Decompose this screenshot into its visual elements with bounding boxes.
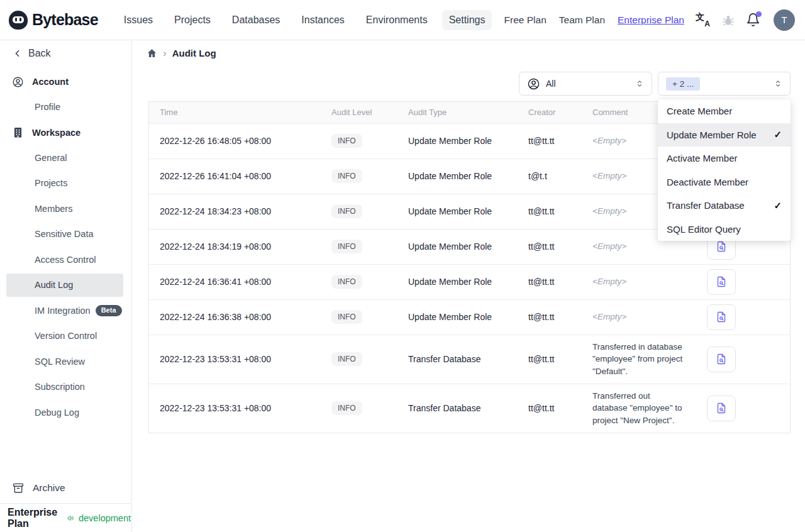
team-plan-link[interactable]: Team Plan — [559, 14, 605, 26]
filter-bar: All + 2 ... — [133, 72, 805, 96]
creator-filter-value: All — [546, 79, 556, 89]
current-plan-label: Enterprise Plan — [8, 507, 63, 529]
nav-item-settings[interactable]: Settings — [442, 10, 492, 30]
cell-creator: tt@tt.tt — [528, 123, 592, 158]
breadcrumb-current: Audit Log — [172, 48, 216, 58]
table-row: 2022-12-24 16:36:41 +08:00 INFO Update M… — [149, 264, 790, 299]
cell-audit-type: Transfer Database — [408, 384, 528, 433]
audit-type-filter-value: + 2 ... — [666, 77, 700, 91]
menu-item-create-member[interactable]: Create Member — [658, 99, 791, 123]
menu-item-label: Create Member — [667, 106, 732, 116]
audit-level-badge: INFO — [331, 240, 362, 253]
plan-links: Free Plan Team Plan Enterprise Plan — [504, 14, 684, 26]
cell-time: 2022-12-24 16:36:38 +08:00 — [149, 299, 331, 335]
nav-item-instances[interactable]: Instances — [294, 10, 351, 30]
audit-level-badge: INFO — [331, 275, 362, 289]
archive-box-icon — [12, 482, 25, 494]
menu-item-label: SQL Editor Query — [667, 224, 741, 235]
sidebar-item-archive[interactable]: Archive — [0, 477, 131, 499]
cell-audit-type: Update Member Role — [408, 194, 528, 229]
enterprise-plan-link[interactable]: Enterprise Plan — [618, 14, 684, 26]
nav-item-projects[interactable]: Projects — [167, 10, 218, 30]
menu-item-deactivate-member[interactable]: Deactivate Member — [658, 170, 791, 194]
section-label: Workspace — [32, 128, 80, 138]
user-avatar[interactable]: T — [774, 9, 795, 31]
audit-type-filter-select[interactable]: + 2 ... — [658, 72, 791, 96]
sidebar-item-members[interactable]: Members — [0, 196, 131, 222]
view-detail-button[interactable] — [707, 304, 736, 330]
back-label: Back — [28, 48, 51, 59]
cell-creator: tt@tt.tt — [528, 229, 592, 264]
audit-type-dropdown-menu: Create Member Update Member Role ✓ Activ… — [658, 99, 791, 241]
cell-creator: tt@tt.tt — [528, 335, 592, 384]
cell-time: 2022-12-26 16:41:04 +08:00 — [149, 158, 331, 194]
sidebar-item-projects[interactable]: Projects — [0, 170, 131, 196]
menu-item-label: Transfer Database — [667, 200, 745, 211]
table-row: 2022-12-23 13:53:31 +08:00 INFO Transfer… — [149, 384, 790, 433]
sidebar-item-access-control[interactable]: Access Control — [0, 247, 131, 273]
cell-creator: t@t.t — [528, 158, 592, 194]
menu-item-sql-editor-query[interactable]: SQL Editor Query — [658, 218, 791, 241]
sidebar-item-general[interactable]: General — [0, 145, 131, 171]
chevron-up-down-icon — [635, 79, 644, 88]
sidebar-item-sensitive-data[interactable]: Sensitive Data — [0, 221, 131, 247]
brand-name: Bytebase — [32, 11, 98, 29]
sidebar-item-debug-log[interactable]: Debug Log — [0, 400, 131, 426]
cell-audit-type: Update Member Role — [408, 299, 528, 335]
breadcrumb: › Audit Log — [133, 40, 805, 66]
cell-creator: tt@tt.tt — [528, 264, 592, 299]
chevron-right-icon: › — [163, 48, 167, 58]
home-icon[interactable] — [147, 48, 157, 58]
sidebar-item-subscription[interactable]: Subscription — [0, 374, 131, 400]
menu-item-update-member-role[interactable]: Update Member Role ✓ — [658, 123, 791, 147]
menu-item-label: Update Member Role — [667, 130, 757, 140]
cell-audit-type: Update Member Role — [408, 158, 528, 194]
sidebar-section-account[interactable]: Account — [0, 69, 131, 94]
notifications-bell-icon[interactable] — [746, 13, 760, 27]
sidebar-item-sql-review[interactable]: SQL Review — [0, 349, 131, 375]
nav-item-issues[interactable]: Issues — [117, 10, 160, 30]
sidebar-item-im-integration[interactable]: IM Integration Beta — [0, 298, 131, 324]
view-detail-button[interactable] — [707, 269, 736, 295]
user-circle-icon — [527, 77, 540, 91]
bytebase-logo[interactable]: Bytebase — [9, 11, 98, 30]
cell-time: 2022-12-24 18:34:19 +08:00 — [149, 229, 331, 264]
file-search-icon — [715, 275, 728, 288]
cell-comment: <Empty> — [592, 299, 693, 335]
sidebar-item-version-control[interactable]: Version Control — [0, 323, 131, 349]
bug-report-icon[interactable] — [721, 13, 735, 27]
nav-item-environments[interactable]: Environments — [359, 10, 435, 30]
view-detail-button[interactable] — [707, 346, 736, 372]
view-detail-button[interactable] — [707, 396, 736, 421]
language-switch-icon[interactable]: 文A — [696, 13, 711, 28]
menu-item-label: Deactivate Member — [667, 177, 748, 187]
back-button[interactable]: Back — [0, 40, 131, 67]
bytebase-logo-icon — [9, 11, 28, 30]
beta-badge: Beta — [96, 305, 122, 316]
cell-time: 2022-12-24 16:36:41 +08:00 — [149, 264, 331, 299]
column-header-audit-type: Audit Type — [408, 102, 528, 123]
cell-comment: Transferred in database "employee" from … — [592, 335, 693, 384]
cell-audit-type: Transfer Database — [408, 335, 528, 384]
cell-time: 2022-12-26 16:48:05 +08:00 — [149, 123, 331, 158]
menu-item-transfer-database[interactable]: Transfer Database ✓ — [658, 194, 791, 218]
checkmark-icon: ✓ — [774, 129, 782, 140]
sidebar-item-audit-log[interactable]: Audit Log — [6, 274, 123, 297]
sidebar-item-label: IM Integration — [35, 306, 91, 316]
cell-audit-type: Update Member Role — [408, 123, 528, 158]
column-header-creator: Creator — [528, 102, 592, 123]
checkmark-icon: ✓ — [774, 200, 782, 211]
nav-item-databases[interactable]: Databases — [225, 10, 287, 30]
table-row: 2022-12-24 16:36:38 +08:00 INFO Update M… — [149, 299, 790, 335]
audit-level-badge: INFO — [331, 310, 362, 324]
creator-filter-select[interactable]: All — [519, 72, 652, 96]
sidebar-section-workspace[interactable]: Workspace — [0, 120, 131, 145]
free-plan-link[interactable]: Free Plan — [504, 14, 547, 26]
menu-item-activate-member[interactable]: Activate Member — [658, 147, 791, 170]
cell-comment: Transferred out database "employee" to p… — [592, 384, 693, 433]
table-row: 2022-12-23 13:53:31 +08:00 INFO Transfer… — [149, 335, 790, 384]
sidebar-item-profile[interactable]: Profile — [0, 94, 131, 120]
column-header-audit-level: Audit Level — [331, 102, 408, 123]
sidebar-footer: Enterprise Plan development — [0, 503, 131, 532]
file-search-icon — [715, 240, 728, 253]
